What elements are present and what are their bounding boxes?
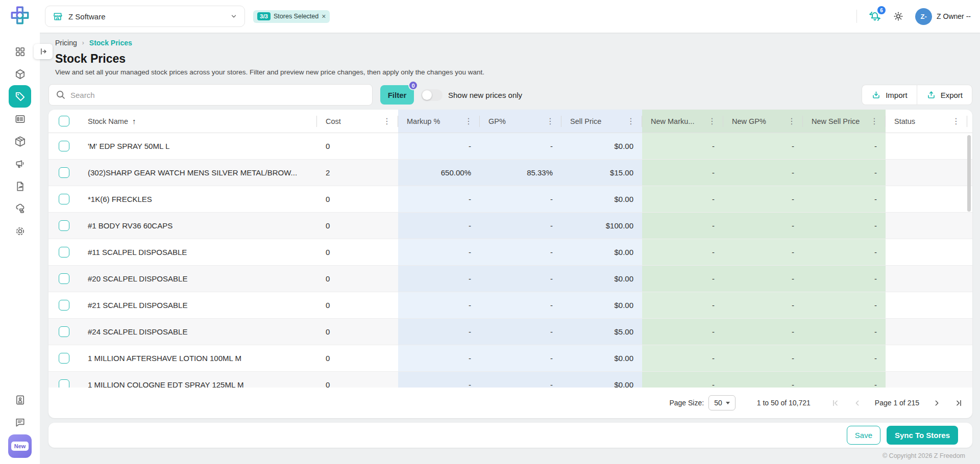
next-page-icon[interactable] <box>933 399 941 407</box>
sidebar-item-contacts[interactable] <box>0 390 40 410</box>
pricing-tag-icon <box>14 91 26 102</box>
sidebar-item-register[interactable] <box>0 108 40 130</box>
table-row[interactable]: (302)SHARP GEAR WATCH MENS SILVER METAL/… <box>48 160 972 186</box>
column-menu-icon[interactable]: ⋮ <box>544 116 556 126</box>
column-menu-icon[interactable]: ⋮ <box>706 116 718 126</box>
sidebar-item-chat[interactable] <box>0 412 40 432</box>
row-checkbox[interactable] <box>59 273 69 284</box>
sidebar-item-inventory[interactable] <box>0 130 40 152</box>
whats-new-tile[interactable]: New <box>8 434 32 458</box>
previous-page-icon[interactable] <box>853 399 862 407</box>
column-menu-icon[interactable]: ⋮ <box>950 116 962 126</box>
table-row[interactable]: #1 BODY RV36 60CAPS0--$100.00--- <box>48 213 972 239</box>
row-checkbox[interactable] <box>59 247 69 257</box>
table-row[interactable]: #21 SCALPEL DISPOSABLE0--$0.00--- <box>48 292 972 319</box>
first-page-icon[interactable] <box>831 399 840 407</box>
cell-name: 1 MILLION AFTERSHAVE LOTION 100ML M <box>79 345 317 371</box>
row-checkbox[interactable] <box>59 300 69 311</box>
topbar-divider <box>856 10 857 23</box>
cell-new_gp: - <box>723 213 803 239</box>
row-checkbox[interactable] <box>59 353 69 364</box>
sync-to-stores-button[interactable]: Sync To Stores <box>887 426 958 445</box>
row-checkbox[interactable] <box>59 379 69 388</box>
table-row[interactable]: #11 SCALPEL DISPOSABLE0--$0.00--- <box>48 239 972 266</box>
table-row[interactable]: 1 MILLION AFTERSHAVE LOTION 100ML M0--$0… <box>48 345 972 372</box>
cell-status <box>886 372 967 388</box>
row-checkbox-cell <box>48 239 79 265</box>
column-header-new_sell[interactable]: New Sell Price⋮ <box>803 110 886 133</box>
header-checkbox-cell <box>48 110 79 133</box>
column-header-status[interactable]: Status⋮ <box>886 110 967 133</box>
cell-new_markup: - <box>642 372 723 388</box>
search-input[interactable] <box>48 84 373 106</box>
row-checkbox[interactable] <box>59 141 69 151</box>
column-header-new_markup[interactable]: New Marku...⋮ <box>642 110 723 133</box>
column-header-gp[interactable]: GP%⋮ <box>480 110 561 133</box>
column-menu-icon[interactable]: ⋮ <box>381 116 393 126</box>
last-page-icon[interactable] <box>954 399 963 407</box>
import-button[interactable]: Import <box>862 85 917 105</box>
sidebar-expand-button[interactable] <box>34 44 53 59</box>
sidebar-item-pricing[interactable] <box>0 85 40 108</box>
copyright-text: © Copyright 2026 Z Freedom <box>48 452 972 459</box>
select-all-checkbox[interactable] <box>59 116 69 126</box>
sidebar-item-products[interactable] <box>0 63 40 85</box>
save-button[interactable]: Save <box>847 426 880 445</box>
row-checkbox[interactable] <box>59 326 69 337</box>
table-row[interactable]: #20 SCALPEL DISPOSABLE0--$0.00--- <box>48 266 972 292</box>
sidebar-item-settings[interactable] <box>0 220 40 242</box>
vertical-scrollbar[interactable] <box>967 135 971 212</box>
cell-new_markup: - <box>642 266 723 292</box>
sidebar-item-integrations[interactable] <box>0 197 40 220</box>
chip-close-icon[interactable]: × <box>322 13 326 20</box>
cell-gp: - <box>480 213 561 239</box>
cell-status <box>886 239 967 265</box>
sidebar-item-marketing[interactable] <box>0 152 40 175</box>
row-checkbox[interactable] <box>59 220 69 231</box>
cell-gp: - <box>480 239 561 265</box>
stores-selected-chip[interactable]: 3/3 Stores Selected × <box>253 10 330 23</box>
filter-button[interactable]: Filter 0 <box>380 85 414 105</box>
cell-new_gp: - <box>723 133 803 159</box>
cell-new_gp: - <box>723 319 803 345</box>
show-new-prices-toggle[interactable] <box>421 89 443 101</box>
cell-new_gp: - <box>723 266 803 292</box>
cell-markup: - <box>398 213 480 239</box>
company-selector[interactable]: Z Software <box>45 6 245 27</box>
cell-cost: 0 <box>317 372 398 388</box>
notification-bell-icon[interactable]: 6 <box>868 10 881 23</box>
column-menu-icon[interactable]: ⋮ <box>868 116 880 126</box>
cell-name: 'M' EDP SPRAY 50ML L <box>79 133 317 159</box>
export-button[interactable]: Export <box>917 85 972 105</box>
row-checkbox-cell <box>48 319 79 345</box>
page-size-select[interactable]: 50 <box>708 395 736 410</box>
table-row[interactable]: 'M' EDP SPRAY 50ML L0--$0.00--- <box>48 133 972 160</box>
user-menu[interactable]: Z- Z Owner -- <box>915 8 971 25</box>
row-checkbox[interactable] <box>59 167 69 178</box>
table-row[interactable]: #24 SCALPEL DISPOSABLE0--$5.00--- <box>48 319 972 345</box>
table-row[interactable]: 1 MILLION COLOGNE EDT SPRAY 125ML M0--$0… <box>48 372 972 388</box>
column-menu-icon[interactable]: ⋮ <box>462 116 475 126</box>
sidebar-item-reports[interactable] <box>0 175 40 197</box>
breadcrumb-pricing[interactable]: Pricing <box>55 39 77 47</box>
column-header-name[interactable]: Stock Name↑ <box>79 110 317 133</box>
toggle-label: Show new prices only <box>448 91 522 99</box>
pagination-nav: Page 1 of 215 <box>831 399 963 407</box>
column-label: Sell Price <box>570 117 601 125</box>
column-header-new_gp[interactable]: New GP%⋮ <box>723 110 803 133</box>
column-menu-icon[interactable]: ⋮ <box>786 116 798 126</box>
column-header-sell[interactable]: Sell Price⋮ <box>561 110 642 133</box>
caret-down-icon <box>726 402 730 404</box>
cell-cost: 0 <box>317 292 398 318</box>
column-menu-icon[interactable]: ⋮ <box>625 116 637 126</box>
cell-cost: 2 <box>317 160 398 186</box>
cell-markup: - <box>398 266 480 292</box>
column-header-cost[interactable]: Cost⋮ <box>317 110 398 133</box>
page-title: Stock Prices <box>55 51 980 66</box>
cell-markup: - <box>398 345 480 371</box>
row-checkbox[interactable] <box>59 194 69 204</box>
app-logo[interactable] <box>0 0 40 31</box>
column-header-markup[interactable]: Markup %⋮ <box>398 110 480 133</box>
theme-toggle-sun-icon[interactable] <box>893 11 904 22</box>
table-row[interactable]: *1K(6) FRECKLES0--$0.00--- <box>48 186 972 213</box>
